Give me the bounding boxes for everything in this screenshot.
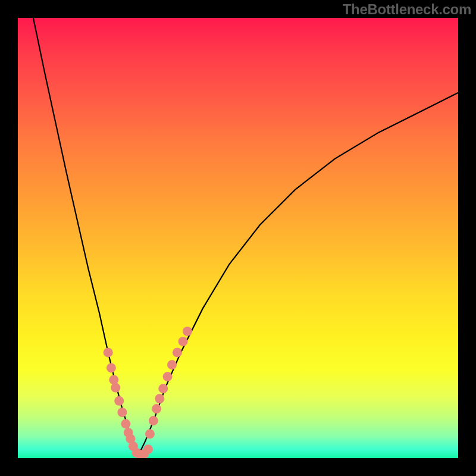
highlight-dot [167, 360, 177, 369]
highlight-dot [183, 327, 192, 336]
highlight-dot [145, 429, 155, 439]
highlight-dots [104, 327, 192, 458]
highlight-dot [117, 408, 127, 417]
chart-frame: TheBottleneck.com [0, 0, 476, 476]
highlight-dot [158, 384, 168, 393]
highlight-dot [163, 372, 173, 381]
highlight-dot [143, 444, 153, 454]
highlight-dot [155, 394, 164, 403]
curve-right-branch [138, 93, 458, 456]
plot-area [18, 18, 458, 458]
highlight-dot [178, 337, 188, 346]
highlight-dot [173, 347, 182, 357]
highlight-dot [104, 347, 113, 357]
curve-left-branch [33, 18, 138, 456]
highlight-dot [149, 416, 158, 425]
highlight-dot [114, 396, 124, 406]
curve-layer [18, 18, 458, 458]
highlight-dot [107, 363, 116, 372]
watermark-text: TheBottleneck.com [343, 1, 471, 18]
highlight-dot [121, 419, 130, 428]
highlight-dot [109, 375, 118, 384]
highlight-dot [111, 383, 120, 393]
highlight-dot [152, 404, 161, 414]
